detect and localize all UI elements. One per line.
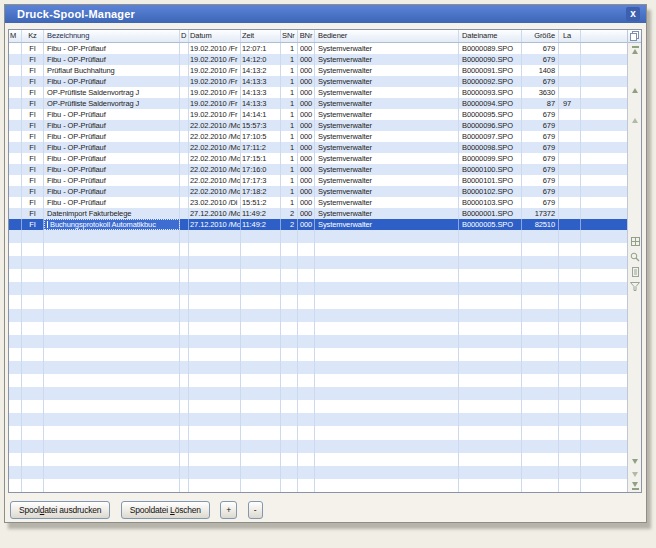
cell-la[interactable]: [559, 164, 581, 175]
cell-kz[interactable]: FI: [22, 43, 44, 54]
search-button[interactable]: [628, 252, 642, 262]
document-button[interactable]: [628, 267, 642, 277]
cell-m[interactable]: [9, 175, 22, 186]
cell-kz[interactable]: FI: [22, 186, 44, 197]
cell-groesse[interactable]: 87: [522, 98, 559, 109]
cell-d[interactable]: [180, 219, 189, 230]
minus-button[interactable]: -: [248, 501, 263, 519]
cell-bnr[interactable]: 000: [298, 186, 315, 197]
column-header-bez[interactable]: Bezeichnung: [44, 30, 180, 42]
cell-snr[interactable]: 1: [281, 186, 298, 197]
cell-groesse[interactable]: 679: [522, 186, 559, 197]
cell-bez[interactable]: OP-Prüfliste Saldenvortrag J: [44, 87, 180, 98]
cell-groesse[interactable]: 679: [522, 109, 559, 120]
delete-spool-file-button[interactable]: Spooldatei Löschen: [121, 501, 210, 519]
cell-la[interactable]: [559, 186, 581, 197]
cell-dateiname[interactable]: B0000094.SPO: [459, 98, 522, 109]
cell-d[interactable]: [180, 208, 189, 219]
cell-bediener[interactable]: Systemverwalter: [315, 142, 459, 153]
table-row[interactable]: FIFibu - OP-Prüflauf22.02.2010 /Mo17:11:…: [9, 142, 627, 153]
cell-bediener[interactable]: Systemverwalter: [315, 164, 459, 175]
column-header-zeit[interactable]: Zeit: [241, 30, 281, 42]
cell-groesse[interactable]: 17372: [522, 208, 559, 219]
cell-bez[interactable]: Prüflauf Buchhaltung: [44, 65, 180, 76]
cell-la[interactable]: [559, 76, 581, 87]
cell-bnr[interactable]: 000: [298, 142, 315, 153]
cell-kz[interactable]: FI: [22, 54, 44, 65]
cell-snr[interactable]: 1: [281, 87, 298, 98]
cell-d[interactable]: [180, 197, 189, 208]
cell-datum[interactable]: 19.02.2010 /Fr: [189, 98, 241, 109]
cell-bediener[interactable]: Systemverwalter: [315, 54, 459, 65]
cell-datum[interactable]: 19.02.2010 /Fr: [189, 43, 241, 54]
cell-bediener[interactable]: Systemverwalter: [315, 65, 459, 76]
cell-datum[interactable]: 19.02.2010 /Fr: [189, 76, 241, 87]
cell-datum[interactable]: 22.02.2010 /Mo: [189, 120, 241, 131]
table-row[interactable]: FIFibu - OP-Prüflauf19.02.2010 /Fr14:14:…: [9, 109, 627, 120]
cell-kz[interactable]: FI: [22, 76, 44, 87]
cell-bez[interactable]: Fibu - OP-Prüflauf: [44, 54, 180, 65]
cell-kz[interactable]: FI: [22, 208, 44, 219]
cell-dateiname[interactable]: B0000005.SPO: [459, 219, 522, 230]
cell-datum[interactable]: 22.02.2010 /Mo: [189, 131, 241, 142]
cell-dateiname[interactable]: B0000101.SPO: [459, 175, 522, 186]
cell-zeit[interactable]: 14:13:2: [241, 65, 281, 76]
cell-bez[interactable]: Fibu - OP-Prüflauf: [44, 120, 180, 131]
cell-d[interactable]: [180, 76, 189, 87]
cell-kz[interactable]: FI: [22, 153, 44, 164]
cell-la[interactable]: [559, 43, 581, 54]
cell-bnr[interactable]: 000: [298, 164, 315, 175]
cell-zeit[interactable]: 14:13:3: [241, 87, 281, 98]
cell-kz[interactable]: FI: [22, 175, 44, 186]
cell-d[interactable]: [180, 87, 189, 98]
cell-la[interactable]: [559, 87, 581, 98]
cell-bediener[interactable]: Systemverwalter: [315, 43, 459, 54]
cell-kz[interactable]: FI: [22, 98, 44, 109]
cell-m[interactable]: [9, 219, 22, 230]
cell-bez[interactable]: OP-Prüfliste Saldenvortrag J: [44, 98, 180, 109]
scroll-up-button[interactable]: [628, 88, 642, 93]
cell-m[interactable]: [9, 87, 22, 98]
cell-d[interactable]: [180, 109, 189, 120]
cell-bez[interactable]: Fibu - OP-Prüflauf: [44, 186, 180, 197]
close-button[interactable]: x: [626, 7, 640, 21]
cell-kz[interactable]: FI: [22, 109, 44, 120]
cell-bediener[interactable]: Systemverwalter: [315, 175, 459, 186]
cell-zeit[interactable]: 11:49:2: [241, 208, 281, 219]
cell-bediener[interactable]: Systemverwalter: [315, 87, 459, 98]
table-row[interactable]: FIFibu - OP-Prüflauf19.02.2010 /Fr12:07:…: [9, 43, 627, 54]
cell-zeit[interactable]: 17:10:5: [241, 131, 281, 142]
cell-datum[interactable]: 19.02.2010 /Fr: [189, 87, 241, 98]
cell-bnr[interactable]: 000: [298, 109, 315, 120]
cell-snr[interactable]: 2: [281, 208, 298, 219]
cell-groesse[interactable]: 1408: [522, 65, 559, 76]
cell-bediener[interactable]: Systemverwalter: [315, 186, 459, 197]
cell-dateiname[interactable]: B0000089.SPO: [459, 43, 522, 54]
cell-datum[interactable]: 19.02.2010 /Fr: [189, 54, 241, 65]
cell-m[interactable]: [9, 43, 22, 54]
cell-d[interactable]: [180, 98, 189, 109]
cell-bez[interactable]: Fibu - OP-Prüflauf: [44, 76, 180, 87]
table-row[interactable]: FIFibu - OP-Prüflauf19.02.2010 /Fr14:12:…: [9, 54, 627, 65]
scroll-up-alt-button[interactable]: [628, 118, 642, 123]
cell-datum[interactable]: 19.02.2010 /Fr: [189, 109, 241, 120]
cell-bez[interactable]: Fibu - OP-Prüflauf: [44, 153, 180, 164]
table-row[interactable]: FIFibu - OP-Prüflauf22.02.2010 /Mo17:16:…: [9, 164, 627, 175]
cell-m[interactable]: [9, 131, 22, 142]
cell-m[interactable]: [9, 197, 22, 208]
cell-groesse[interactable]: 679: [522, 76, 559, 87]
cell-dateiname[interactable]: B0000095.SPO: [459, 109, 522, 120]
cell-d[interactable]: [180, 43, 189, 54]
cell-dateiname[interactable]: B0000093.SPO: [459, 87, 522, 98]
cell-datum[interactable]: 22.02.2010 /Mo: [189, 142, 241, 153]
cell-d[interactable]: [180, 65, 189, 76]
cell-bediener[interactable]: Systemverwalter: [315, 208, 459, 219]
cell-snr[interactable]: 1: [281, 153, 298, 164]
cell-snr[interactable]: 1: [281, 109, 298, 120]
cell-m[interactable]: [9, 54, 22, 65]
cell-dateiname[interactable]: B0000097.SPO: [459, 131, 522, 142]
table-row[interactable]: FIFibu - OP-Prüflauf22.02.2010 /Mo15:57:…: [9, 120, 627, 131]
cell-dateiname[interactable]: B0000100.SPO: [459, 164, 522, 175]
cell-kz[interactable]: FI: [22, 164, 44, 175]
cell-la[interactable]: 97: [559, 98, 581, 109]
